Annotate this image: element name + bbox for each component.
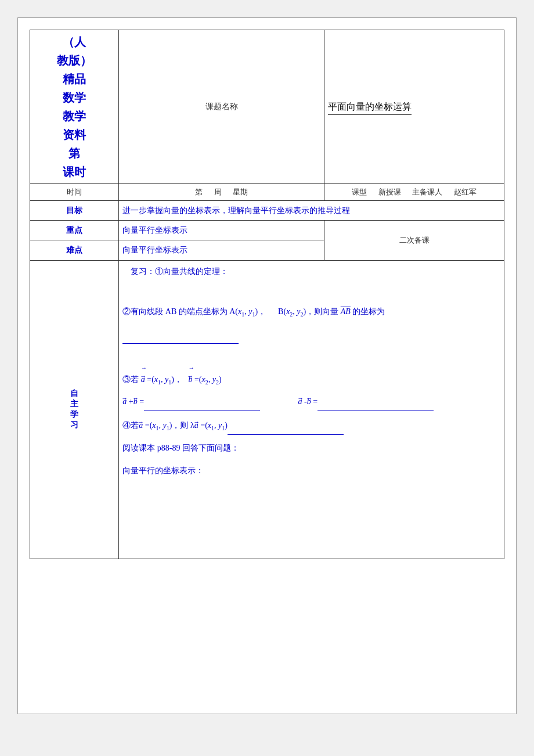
difficulty-content: 向量平行坐标表示 — [119, 240, 324, 260]
self-study-content: 复习：①向量共线的定理： ②有向线段 AB 的端点坐标为 A(x1, y1)， … — [119, 260, 504, 559]
reading-question: 向量平行的坐标表示： — [122, 462, 500, 480]
course-name-cell: 平面向量的坐标运算 — [324, 30, 504, 184]
diff-label: a⃗ -b⃗ = — [272, 393, 434, 411]
secondary-lesson-label: 二次备课 — [324, 221, 504, 260]
course-type-cell: 课型 新授课 主备课人 赵红军 — [324, 184, 504, 201]
week-info: 第 周 星期 — [119, 184, 324, 201]
page: （人教版）精品数学教学资料第课时 课题名称 平面向量的坐标运算 时间 第 周 星… — [17, 17, 517, 714]
main-table: （人教版）精品数学教学资料第课时 课题名称 平面向量的坐标运算 时间 第 周 星… — [30, 30, 504, 559]
review-title: 复习：①向量共线的定理： — [122, 263, 500, 281]
goal-label: 目标 — [30, 201, 119, 221]
teacher-label: 主备课人 — [412, 188, 442, 196]
course-name-text: 平面向量的坐标运算 — [328, 101, 412, 115]
goal-row: 目标 进一步掌握向量的坐标表示，理解向量平行坐标表示的推导过程 — [30, 201, 504, 221]
reading-instruction: 阅读课本 p88-89 回答下面问题： — [122, 440, 500, 458]
self-study-row: 自主学习 复习：①向量共线的定理： ②有向线段 AB 的端点坐标为 A(x1, … — [30, 260, 504, 559]
type-value: 新授课 — [378, 188, 401, 196]
book-title: （人教版）精品数学教学资料第课时 — [30, 30, 119, 184]
goal-content: 进一步掌握向量的坐标表示，理解向量平行坐标表示的推导过程 — [119, 201, 504, 221]
header-row: （人教版）精品数学教学资料第课时 课题名称 平面向量的坐标运算 — [30, 30, 504, 184]
type-label: 课型 — [352, 188, 367, 196]
item3-intro: ③若 a⃗ =(x1, y1)， b⃗ =(x2, y2) — [122, 366, 500, 389]
item4: ④若a⃗ =(x1, y1)，则 λa⃗ =(x1, y1) — [122, 417, 500, 435]
keypoint-content: 向量平行坐标表示 — [119, 221, 324, 240]
difficulty-label: 难点 — [30, 240, 119, 260]
keypoint-label: 重点 — [30, 221, 119, 240]
sum-label: a⃗ +b⃗ = — [122, 393, 260, 411]
teacher-value: 赵红军 — [454, 188, 477, 196]
item3-operations: a⃗ +b⃗ = a⃗ -b⃗ = — [122, 393, 500, 411]
time-label: 时间 — [30, 184, 119, 201]
self-study-label: 自主学习 — [30, 260, 119, 559]
item2: ②有向线段 AB 的端点坐标为 A(x1, y1)， B(x2, y2)，则向量… — [122, 303, 500, 321]
info-row: 时间 第 周 星期 课型 新授课 主备课人 赵红军 — [30, 184, 504, 201]
item2-blank — [122, 326, 500, 344]
keypoint-row: 重点 向量平行坐标表示 二次备课 — [30, 221, 504, 240]
course-name-label: 课题名称 — [119, 30, 324, 184]
